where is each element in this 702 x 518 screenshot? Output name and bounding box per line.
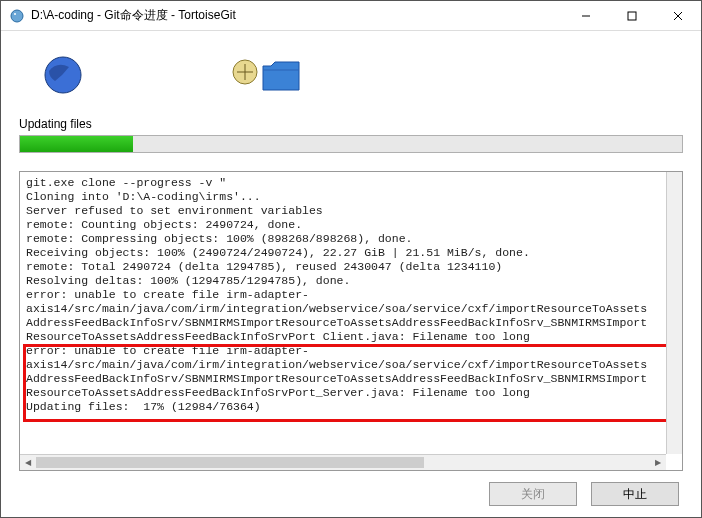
titlebar: D:\A-coding - Git命令进度 - TortoiseGit — [1, 1, 701, 31]
progress-fill — [20, 136, 133, 152]
log-output[interactable]: git.exe clone --progress -v " Cloning in… — [19, 171, 683, 471]
dialog-window: D:\A-coding - Git命令进度 - TortoiseGit Upda… — [0, 0, 702, 518]
log-text: git.exe clone --progress -v " Cloning in… — [22, 174, 680, 416]
vertical-scrollbar[interactable] — [666, 172, 682, 454]
minimize-button[interactable] — [563, 1, 609, 30]
abort-button[interactable]: 中止 — [591, 482, 679, 506]
scroll-thumb[interactable] — [36, 457, 424, 468]
window-controls — [563, 1, 701, 30]
window-title: D:\A-coding - Git命令进度 - TortoiseGit — [31, 7, 563, 24]
close-button: 关闭 — [489, 482, 577, 506]
progress-bar — [19, 135, 683, 153]
scroll-right-icon[interactable]: ▶ — [650, 455, 666, 470]
folder-transfer-icon — [227, 50, 307, 103]
button-row: 关闭 中止 — [19, 471, 683, 517]
svg-rect-3 — [628, 12, 636, 20]
globe-icon — [39, 51, 87, 102]
content-area: Updating files git.exe clone --progress … — [1, 31, 701, 517]
maximize-button[interactable] — [609, 1, 655, 30]
close-window-button[interactable] — [655, 1, 701, 30]
svg-point-1 — [14, 13, 16, 15]
svg-point-0 — [11, 10, 23, 22]
status-label: Updating files — [19, 117, 683, 131]
tortoisegit-icon — [9, 8, 25, 24]
horizontal-scrollbar[interactable]: ◀ ▶ — [20, 454, 666, 470]
scroll-left-icon[interactable]: ◀ — [20, 455, 36, 470]
icon-row — [19, 41, 683, 111]
